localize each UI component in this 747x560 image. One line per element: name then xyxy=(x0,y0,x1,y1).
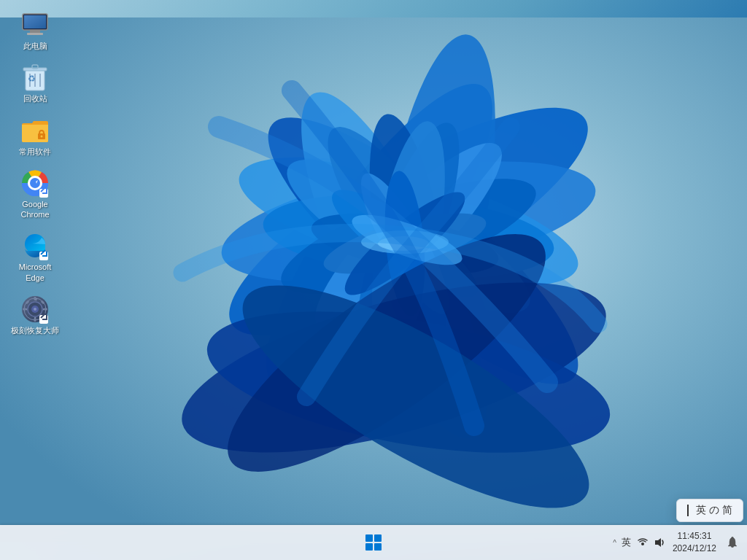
taskbar: ^ 英 xyxy=(0,525,747,560)
ime-popup: 英 の 简 xyxy=(676,499,743,522)
svg-rect-31 xyxy=(24,15,46,28)
this-pc-icon[interactable]: 此电脑 xyxy=(7,7,63,54)
microsoft-edge-icon-img xyxy=(20,231,50,260)
svg-point-45 xyxy=(30,178,40,188)
svg-rect-33 xyxy=(27,33,43,35)
clock-date: 2024/12/12 xyxy=(673,542,716,555)
svg-point-52 xyxy=(34,308,36,311)
start-button[interactable] xyxy=(359,528,388,557)
tray-network-icon[interactable] xyxy=(636,536,649,549)
svg-rect-39 xyxy=(32,65,38,69)
svg-point-61 xyxy=(732,537,734,539)
tray-language[interactable]: 英 xyxy=(619,534,633,551)
data-recovery-label: 极刻恢复大师 xyxy=(11,325,59,335)
microsoft-edge-label: Microsoft Edge xyxy=(10,262,60,283)
svg-rect-55 xyxy=(23,308,26,311)
ime-cursor xyxy=(687,505,689,516)
tray-show-hidden-icons[interactable]: ^ xyxy=(613,539,616,547)
system-tray: ^ 英 xyxy=(613,529,741,556)
data-recovery-icon-img xyxy=(20,295,50,324)
recycle-bin-icon-img: ♻ xyxy=(20,63,50,92)
svg-point-60 xyxy=(641,542,644,545)
data-recovery-icon[interactable]: 极刻恢复大师 xyxy=(7,292,63,338)
desktop: 此电脑 ♻ 回收站 xyxy=(0,0,747,560)
taskbar-right: ^ 英 xyxy=(595,529,741,556)
svg-rect-32 xyxy=(30,30,40,33)
this-pc-label: 此电脑 xyxy=(23,41,47,51)
clock-area[interactable]: 11:45:31 2024/12/12 xyxy=(668,529,721,556)
desktop-icons: 此电脑 ♻ 回收站 xyxy=(7,7,63,338)
clock-time: 11:45:31 xyxy=(678,530,712,542)
google-chrome-icon[interactable]: Google Chrome xyxy=(7,166,63,223)
common-software-icon-img xyxy=(20,116,50,145)
win-logo-q1 xyxy=(365,534,373,542)
ime-popup-text: 英 の 简 xyxy=(696,504,732,517)
svg-rect-56 xyxy=(44,308,47,311)
svg-point-42 xyxy=(41,135,43,137)
win-logo-q4 xyxy=(374,543,382,551)
microsoft-edge-icon[interactable]: Microsoft Edge xyxy=(7,228,63,286)
common-software-icon[interactable]: 常用软件 xyxy=(7,113,63,160)
svg-text:♻: ♻ xyxy=(28,74,36,84)
wallpaper xyxy=(0,0,747,560)
taskbar-center xyxy=(359,528,388,557)
common-software-label: 常用软件 xyxy=(19,147,51,157)
notification-bell[interactable] xyxy=(724,534,741,551)
tray-volume-icon[interactable] xyxy=(652,536,665,549)
this-pc-icon-img xyxy=(20,10,50,39)
recycle-bin-icon[interactable]: ♻ 回收站 xyxy=(7,60,63,106)
win-logo-q2 xyxy=(374,534,382,542)
win-logo-q3 xyxy=(365,543,373,551)
google-chrome-icon-img xyxy=(20,168,50,198)
google-chrome-label: Google Chrome xyxy=(10,199,60,220)
svg-rect-54 xyxy=(34,318,36,322)
windows-logo xyxy=(365,534,382,551)
svg-rect-53 xyxy=(34,297,36,300)
recycle-bin-label: 回收站 xyxy=(23,93,47,104)
